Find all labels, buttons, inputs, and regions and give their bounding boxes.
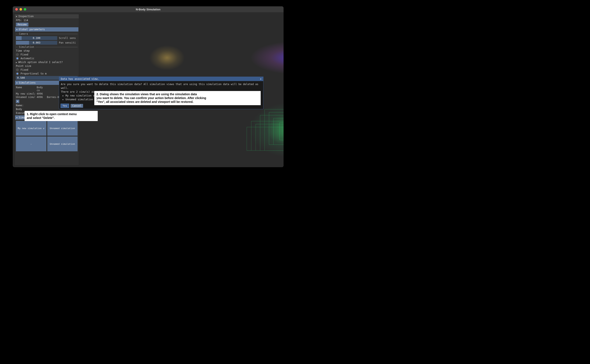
global-parameters-header[interactable]: Global parameters (15, 27, 78, 32)
inspection-header[interactable]: Inspection (15, 14, 79, 18)
octree-wireframe (242, 103, 284, 162)
radio-icon (16, 72, 19, 75)
window-title: N-Body Simulation (13, 8, 284, 11)
dialog-question: Are you sure you want to delete this sim… (61, 82, 261, 90)
resume-button[interactable]: Resume (16, 23, 28, 26)
arrangement-grid: My new simulation v Unnamed simulation -… (15, 120, 79, 152)
point-size-fixed-radio[interactable]: Fixed (15, 68, 79, 72)
chevron-down-icon (16, 116, 17, 119)
particle-cloud (149, 45, 185, 71)
time-step-automatic-radio[interactable]: Automatic (15, 57, 79, 60)
chevron-right-icon (16, 61, 17, 64)
point-size-label: Point size (15, 64, 79, 68)
arrangement-tile[interactable]: My new simulation v (16, 121, 47, 136)
yes-button[interactable]: Yes (61, 104, 69, 108)
arrangement-tile[interactable]: Unnamed simulation (47, 136, 78, 151)
simulation-separator: Simulation (15, 45, 79, 49)
add-simulation-button[interactable]: + (16, 100, 19, 103)
dialog-titlebar[interactable]: Data has associated view. ✕ (59, 77, 263, 81)
fps-label: FPS: 114 (15, 18, 79, 22)
dialog-title-text: Data has associated view. (61, 78, 99, 80)
titlebar[interactable]: N-Body Simulation (13, 6, 284, 12)
time-step-label: Time step (15, 49, 79, 53)
scroll-sensitivity-slider[interactable]: 0.100 Scroll sens (16, 36, 78, 40)
inspection-title: Inspection (18, 15, 34, 18)
chevron-down-icon (16, 28, 17, 31)
annotation-1: 1. Right click to open context menu and … (25, 111, 98, 121)
cancel-button[interactable]: Cancel (71, 104, 83, 108)
app-window: N-Body Simulation Inspection FPS: 114 Re… (13, 6, 284, 167)
radio-icon (16, 57, 19, 60)
arrangement-tile[interactable]: - (16, 136, 47, 151)
particle-cloud (247, 40, 284, 76)
chevron-down-icon (16, 15, 17, 18)
point-size-proportional-radio[interactable]: Proportional to m (15, 72, 79, 76)
arrangement-tile[interactable]: Unnamed simulation (47, 121, 78, 136)
radio-icon (16, 53, 19, 56)
pan-sensitivity-slider[interactable]: 0.003 Pan sensiti (16, 41, 78, 45)
radio-icon (16, 68, 19, 71)
camera-separator: Camera (15, 32, 79, 36)
chevron-down-icon (16, 81, 17, 84)
close-icon[interactable]: ✕ (260, 78, 261, 80)
time-step-fixed-radio[interactable]: Fixed (15, 53, 79, 57)
which-option-help[interactable]: Which option should I select? (15, 60, 79, 64)
annotation-2: 2. Dialog shows the simulation views tha… (94, 91, 261, 105)
